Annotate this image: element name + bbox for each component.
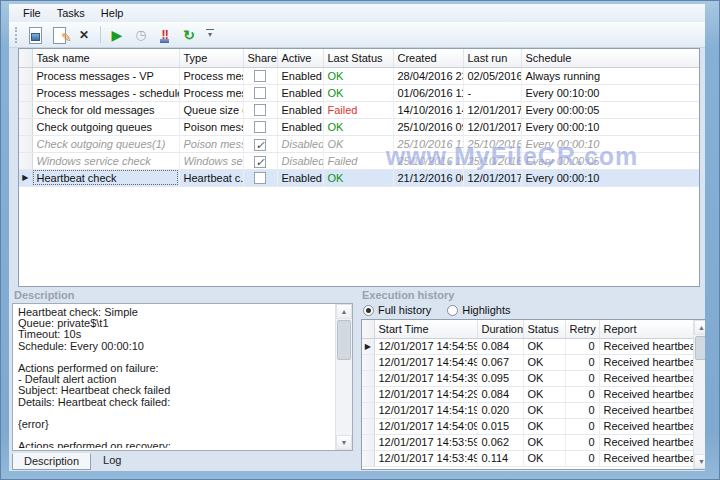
execution-row[interactable]: 12/01/2017 14:53:490.114OK0Received hear…: [362, 450, 693, 466]
cell-last-status: Failed: [323, 152, 393, 169]
radio-full-history[interactable]: Full history: [363, 304, 431, 316]
enable-task-icon[interactable]: ◷: [132, 26, 150, 44]
cell-type: Heartbeat c...: [179, 169, 243, 186]
shared-checkbox[interactable]: [254, 70, 266, 82]
task-row[interactable]: Check outgoing queuesPoison mess...Enabl…: [19, 118, 699, 135]
cell-report: Received heartbeat message...: [599, 434, 693, 450]
history-filter-radios: Full history Highlights: [363, 302, 527, 318]
cell-task-name: Heartbeat check: [32, 169, 179, 186]
cell-last-run: 25/10/2016 ...: [463, 152, 521, 169]
cell-last-run: -: [463, 84, 521, 101]
shared-checkbox[interactable]: [254, 121, 266, 133]
shared-checkbox[interactable]: [254, 104, 266, 116]
column-header-retry[interactable]: Retry: [565, 320, 599, 338]
shared-checkbox[interactable]: ✓: [254, 156, 266, 168]
cell-created: 25/10/2016 11...: [393, 135, 463, 152]
column-header-last-status[interactable]: Last Status: [323, 49, 393, 67]
cell-report: Received heartbeat message...: [599, 370, 693, 386]
column-header-report[interactable]: Report: [599, 320, 693, 338]
cell-active: Disabled: [277, 152, 323, 169]
column-header-start-time[interactable]: Start Time: [374, 320, 477, 338]
execution-row[interactable]: ▶12/01/2017 14:54:590.084OK0Received hea…: [362, 338, 693, 354]
row-selector: [362, 386, 374, 402]
column-header-type[interactable]: Type: [179, 49, 243, 67]
execution-history-title: Execution history: [358, 288, 705, 302]
cell-schedule: Every 00:00:10: [521, 135, 699, 152]
scroll-thumb[interactable]: [695, 336, 705, 360]
cell-shared: [243, 118, 277, 135]
scroll-thumb[interactable]: [337, 320, 351, 360]
execution-scrollbar[interactable]: ▲ ▼: [693, 320, 705, 469]
cell-report: Received heartbeat message...: [599, 386, 693, 402]
column-header-duration[interactable]: Duration: [477, 320, 523, 338]
cell-report: Received heartbeat message...: [599, 402, 693, 418]
column-header-status[interactable]: Status: [523, 320, 565, 338]
menu-item-file[interactable]: File: [15, 6, 49, 20]
delete-task-icon[interactable]: ✕: [75, 26, 93, 44]
shared-checkbox[interactable]: [254, 87, 266, 99]
cell-shared: ✓: [243, 152, 277, 169]
radio-full-history-icon[interactable]: [363, 305, 374, 316]
cell-duration: 0.114: [477, 450, 523, 466]
column-header-selector: [19, 49, 32, 67]
column-header-schedule[interactable]: Schedule: [521, 49, 699, 67]
refresh-icon[interactable]: ↻: [180, 26, 198, 44]
toolbar-grip[interactable]: [15, 27, 19, 43]
new-task-icon[interactable]: [27, 26, 45, 44]
column-header-task-name[interactable]: Task name: [32, 49, 179, 67]
cell-type: Process mes...: [179, 84, 243, 101]
scroll-down-icon[interactable]: ▼: [694, 454, 705, 469]
tab-log[interactable]: Log: [92, 453, 132, 470]
radio-highlights-icon[interactable]: [447, 305, 458, 316]
column-header-created[interactable]: Created: [393, 49, 463, 67]
cell-shared: [243, 67, 277, 84]
execution-row[interactable]: 12/01/2017 14:53:590.062OK0Received hear…: [362, 434, 693, 450]
edit-task-icon[interactable]: [51, 26, 69, 44]
task-row[interactable]: Check outgoing queues(1)Poison mess...✓D…: [19, 135, 699, 152]
cell-status: OK: [523, 354, 565, 370]
cell-report: Received heartbeat message...: [599, 354, 693, 370]
scroll-up-icon[interactable]: ▲: [336, 304, 352, 319]
description-panel: Description Heartbeat check: Simple Queu…: [10, 288, 355, 470]
cell-status: OK: [523, 450, 565, 466]
task-row[interactable]: ▶Heartbeat checkHeartbeat c...EnabledOK2…: [19, 169, 699, 186]
scroll-down-icon[interactable]: ▼: [336, 435, 352, 450]
cell-duration: 0.020: [477, 402, 523, 418]
execution-row[interactable]: 12/01/2017 14:54:090.015OK0Received hear…: [362, 418, 693, 434]
cell-created: 28/04/2016 23:...: [393, 67, 463, 84]
task-row[interactable]: Windows service checkWindows se...✓Disab…: [19, 152, 699, 169]
execution-row[interactable]: 12/01/2017 14:54:190.020OK0Received hear…: [362, 402, 693, 418]
cell-start-time: 12/01/2017 14:53:59: [374, 434, 477, 450]
cell-type: Poison mess...: [179, 135, 243, 152]
row-selector: [362, 434, 374, 450]
cell-created: 25/10/2016 09:...: [393, 118, 463, 135]
task-row[interactable]: Check for old messagesQueue size c...Ena…: [19, 101, 699, 118]
column-header-active[interactable]: Active: [277, 49, 323, 67]
menu-item-help[interactable]: Help: [93, 6, 132, 20]
menu-item-tasks[interactable]: Tasks: [49, 6, 93, 20]
cell-type: Process mes...: [179, 67, 243, 84]
toolbar-overflow-icon[interactable]: ▾: [204, 26, 216, 44]
execution-row[interactable]: 12/01/2017 14:54:390.095OK0Received hear…: [362, 370, 693, 386]
cell-start-time: 12/01/2017 14:54:59: [374, 338, 477, 354]
cell-last-status: OK: [323, 84, 393, 101]
description-textbox[interactable]: Heartbeat check: Simple Queue: private$\…: [12, 303, 353, 451]
execution-row[interactable]: 12/01/2017 14:54:290.084OK0Received hear…: [362, 386, 693, 402]
task-row[interactable]: Process messages - VPProcess mes...Enabl…: [19, 67, 699, 84]
description-scrollbar[interactable]: ▲ ▼: [335, 304, 352, 450]
task-row[interactable]: Process messages - scheduledProcess mes.…: [19, 84, 699, 101]
run-task-icon[interactable]: ▶: [108, 26, 126, 44]
disable-task-icon[interactable]: ‼: [156, 26, 174, 44]
cell-status: OK: [523, 434, 565, 450]
description-tabstrip: Description Log: [12, 453, 133, 470]
radio-highlights[interactable]: Highlights: [447, 304, 510, 316]
shared-checkbox[interactable]: ✓: [254, 139, 266, 151]
cell-retry: 0: [565, 434, 599, 450]
column-header-shared[interactable]: Shared: [243, 49, 277, 67]
row-selector: [19, 84, 32, 101]
column-header-last-run[interactable]: Last run: [463, 49, 521, 67]
execution-row[interactable]: 12/01/2017 14:54:490.067OK0Received hear…: [362, 354, 693, 370]
scroll-up-icon[interactable]: ▲: [694, 320, 705, 335]
tab-description[interactable]: Description: [12, 453, 91, 470]
shared-checkbox[interactable]: [254, 172, 266, 184]
